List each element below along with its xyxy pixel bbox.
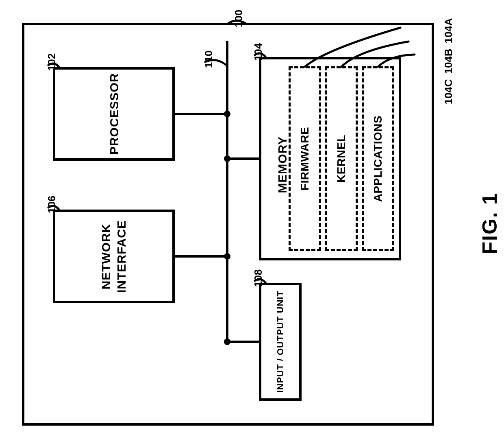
kernel-block: KERNEL	[325, 66, 358, 251]
firmware-block: FIRMWARE	[289, 66, 321, 251]
network-label-line2: INTERFACE	[115, 220, 128, 293]
branch-network	[175, 255, 228, 258]
memory-label: MEMORY	[275, 136, 290, 193]
processor-block: PROCESSOR	[53, 67, 175, 161]
branch-io	[227, 341, 260, 343]
lead-110	[204, 57, 232, 73]
branch-memory	[227, 157, 260, 160]
lead-100	[228, 18, 256, 31]
firmware-label: FIRMWARE	[298, 127, 311, 190]
lead-104c	[374, 52, 435, 72]
ref-104b: 104B	[442, 48, 455, 74]
network-interface-label: NETWORK INTERFACE	[98, 220, 129, 293]
applications-label: APPLICATIONS	[371, 116, 385, 202]
input-output-unit-label: INPUT / OUTPUT UNIT	[275, 291, 286, 393]
figure-caption: FIG. 1	[478, 193, 502, 254]
ref-104c: 104C	[442, 79, 455, 104]
network-label-line1: NETWORK	[99, 223, 113, 289]
applications-block: APPLICATIONS	[362, 66, 394, 251]
input-output-unit: INPUT / OUTPUT UNIT	[259, 283, 302, 401]
kernel-label: KERNEL	[335, 135, 348, 183]
ref-104a: 104A	[442, 18, 455, 43]
branch-processor	[175, 113, 228, 115]
lead-102	[47, 61, 63, 73]
processor-label: PROCESSOR	[106, 73, 122, 155]
network-interface-block: NETWORK INTERFACE	[53, 210, 175, 303]
bus-line	[226, 41, 228, 344]
lead-106	[47, 203, 63, 216]
lead-104	[254, 51, 270, 63]
lead-108	[254, 277, 270, 289]
